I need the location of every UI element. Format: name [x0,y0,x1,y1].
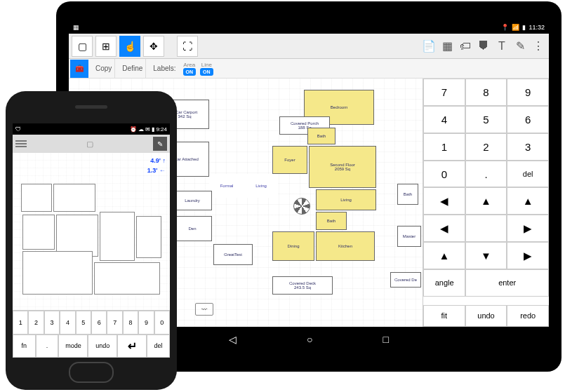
room[interactable]: Covered Deck243.5 Sq [272,276,333,295]
pkey-3[interactable]: 3 [44,311,60,334]
room[interactable]: Covered De [390,272,421,288]
room[interactable] [136,216,161,258]
pkey-0[interactable]: 0 [154,311,170,334]
text-icon[interactable]: T [494,39,510,54]
room[interactable] [100,212,135,261]
key-down[interactable]: ▲ [423,242,465,269]
key-9[interactable]: 9 [507,79,549,106]
pkey-enter[interactable]: ↵ [117,334,147,358]
tag-icon[interactable]: 🏷 [458,39,473,54]
key-1[interactable]: 1 [423,133,465,161]
key-0[interactable]: 0 [423,161,465,188]
key-center[interactable] [465,215,507,242]
key-up2[interactable]: ▲ [507,187,549,215]
document-icon[interactable]: 📄 [421,39,437,54]
nav-recent-icon[interactable]: □ [383,334,389,345]
key-del[interactable]: del [507,161,549,188]
room[interactable]: Bath [397,184,418,205]
room[interactable]: Living [316,189,376,210]
overflow-menu-icon[interactable]: ⋮ [531,39,546,54]
key-4[interactable]: 4 [423,106,465,133]
nav-back-icon[interactable]: ◁ [229,334,237,345]
clock: 11:32 [529,24,545,31]
key-undo[interactable]: undo [465,305,507,327]
key-8[interactable]: 8 [465,79,507,106]
key-7[interactable]: 7 [423,79,465,106]
phone-frame: 🛡 ⏰ ☁ ✉ ▮ 9:24 ▢ ✎ 4.9' ↑ 1.3' ← 1 2 3 4… [6,91,177,390]
pkey-fn[interactable]: fn [13,334,36,358]
tool-grid[interactable]: ⊞ [95,36,117,57]
line-label: Line [201,62,212,68]
room[interactable]: Kitchen [316,231,375,261]
key-dot[interactable]: . [465,161,507,188]
measurement-overlay: 4.9' ↑ 1.3' ← [147,156,166,175]
keyboard-row-fn: fn . mode undo ↵ del [13,334,170,358]
area-label: Area [183,62,195,68]
key-right[interactable]: ▶ [507,215,549,242]
pkey-del[interactable]: del [147,334,170,358]
stamp-icon[interactable]: ⛊ [476,39,491,54]
room[interactable]: Den [173,216,212,241]
pkey-4[interactable]: 4 [60,311,75,334]
key-redo[interactable]: redo [507,305,549,327]
sink-icon: 〰 [195,303,213,316]
key-down2[interactable]: ▼ [465,242,507,269]
tool-select[interactable]: ▢ [72,36,93,57]
tool-crop[interactable]: ⛶ [177,36,198,57]
pkey-7[interactable]: 7 [107,311,122,334]
room[interactable]: Bath [307,128,335,144]
room-label: Formal [209,174,244,198]
room[interactable]: Master [397,226,421,247]
room[interactable]: Dining [272,231,314,261]
numeric-keypad: 789 456 123 0.del ◀▲▲ ◀▶ ▲▼▶ angleenter … [423,79,549,327]
pkey-mode[interactable]: mode [58,334,88,358]
key-fit[interactable]: fit [423,305,465,327]
pencil-icon[interactable]: ✎ [153,137,167,151]
room[interactable]: Laundry [173,191,212,210]
pkey-1[interactable]: 1 [13,311,28,334]
key-up[interactable]: ▲ [465,187,507,215]
hamburger-menu-icon[interactable] [15,140,27,147]
room[interactable] [94,262,160,295]
key-left2[interactable]: ◀ [423,215,465,242]
key-5[interactable]: 5 [465,106,507,133]
tool-box-icon[interactable]: ▢ [86,140,93,149]
room[interactable] [22,251,93,295]
room[interactable] [53,184,95,212]
key-2[interactable]: 2 [465,133,507,161]
pkey-9[interactable]: 9 [138,311,154,334]
key-angle[interactable]: angle [423,269,465,297]
room[interactable]: Bath [316,212,347,230]
room[interactable]: Foyer [272,146,307,174]
grid-table-icon[interactable]: ▦ [439,39,455,54]
pkey-2[interactable]: 2 [28,311,44,334]
brush-icon[interactable]: ✎ [512,39,528,54]
copy-tab[interactable]: Copy [93,59,115,78]
room[interactable] [21,184,52,212]
key-enter[interactable]: enter [465,269,549,297]
pkey-dot[interactable]: . [36,334,59,358]
key-6[interactable]: 6 [507,106,549,133]
room[interactable] [22,215,55,250]
key-3[interactable]: 3 [507,133,549,161]
pkey-8[interactable]: 8 [123,311,138,334]
key-right2[interactable]: ▶ [507,242,549,269]
line-toggle[interactable]: ON [200,68,213,76]
phone-canvas[interactable]: 4.9' ↑ 1.3' ← [13,153,170,310]
room[interactable] [56,215,98,257]
tool-pan[interactable]: ☝ [119,36,140,57]
area-toggle[interactable]: ON [183,68,197,76]
room[interactable]: Second Floor2059 Sq [309,146,376,188]
nav-home-icon[interactable]: ○ [307,334,312,345]
wifi-icon: 📶 [512,24,519,31]
pkey-6[interactable]: 6 [91,311,107,334]
pkey-5[interactable]: 5 [76,311,91,334]
key-left[interactable]: ◀ [423,187,465,215]
room[interactable]: GreatTest [213,244,253,265]
tool-rotate[interactable]: ✥ [143,36,164,57]
pkey-undo[interactable]: undo [88,334,117,358]
keyboard-row-numbers: 1 2 3 4 5 6 7 8 9 0 [13,311,170,334]
tablet-subtoolbar: 🧰 Copy Define Labels: Area ON Line ON [69,59,549,79]
tab-toolbox[interactable]: 🧰 [70,60,88,78]
define-tab[interactable]: Define [119,59,146,78]
